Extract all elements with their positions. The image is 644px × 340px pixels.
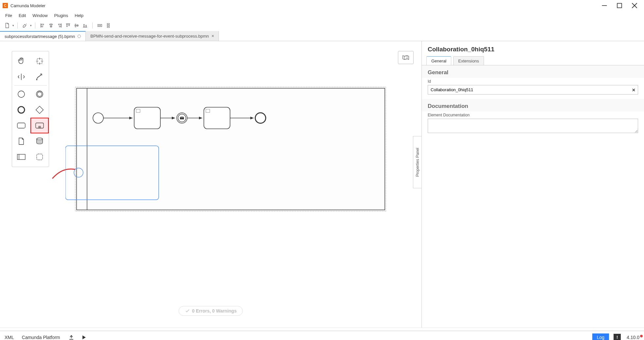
svg-rect-22 bbox=[86, 25, 87, 27]
main: Properties Panel bbox=[0, 41, 644, 328]
align-middle-v-button[interactable] bbox=[73, 22, 80, 29]
tab-file-1[interactable]: subprocessforstartmessage (5).bpmn bbox=[0, 31, 86, 41]
panel-title: Collaboration_0hiq511 bbox=[422, 41, 644, 56]
end-event[interactable] bbox=[255, 113, 266, 123]
documentation-input[interactable] bbox=[428, 119, 638, 133]
menu-file[interactable]: File bbox=[2, 12, 15, 19]
footer-xml-tab[interactable]: XML bbox=[5, 335, 14, 340]
footer-platform-selector[interactable]: Camunda Platform bbox=[22, 335, 60, 340]
minimize-button[interactable] bbox=[601, 3, 607, 8]
menu-plugins[interactable]: Plugins bbox=[51, 12, 72, 19]
notifications-button[interactable]: ! bbox=[614, 334, 621, 340]
panel-tabs: General Extensions bbox=[422, 56, 644, 65]
align-bottom-button[interactable] bbox=[81, 22, 89, 29]
svg-rect-47 bbox=[17, 154, 25, 160]
task-tool[interactable] bbox=[12, 118, 30, 133]
svg-rect-23 bbox=[98, 24, 99, 26]
log-button[interactable]: Log bbox=[592, 333, 609, 340]
svg-point-46 bbox=[37, 138, 43, 140]
status-text: 0 Errors, 0 Warnings bbox=[192, 308, 237, 314]
app-title: Camunda Modeler bbox=[10, 3, 45, 8]
new-file-caret-icon[interactable]: ▾ bbox=[12, 24, 14, 27]
task-1[interactable] bbox=[134, 107, 160, 129]
menubar: File Edit Window Plugins Help bbox=[0, 11, 644, 20]
start-instance-button[interactable] bbox=[80, 334, 87, 340]
svg-rect-12 bbox=[58, 24, 61, 25]
section-general-header: General bbox=[422, 65, 644, 78]
hand-tool[interactable] bbox=[12, 53, 30, 69]
properties-panel: Collaboration_0hiq511 General Extensions… bbox=[421, 41, 644, 328]
svg-rect-16 bbox=[69, 24, 70, 26]
tab-label: BPMN-send-and-receive-message-for-event-… bbox=[90, 34, 209, 39]
minimap-toggle[interactable] bbox=[398, 51, 414, 64]
svg-rect-27 bbox=[107, 25, 109, 26]
align-center-h-button[interactable] bbox=[47, 22, 55, 29]
close-button[interactable] bbox=[632, 3, 637, 8]
deploy-button[interactable] bbox=[68, 334, 75, 340]
svg-rect-26 bbox=[107, 23, 109, 24]
window-controls bbox=[601, 3, 641, 8]
section-documentation-header: Documentation bbox=[422, 99, 644, 111]
global-connect-tool[interactable] bbox=[30, 69, 49, 85]
svg-point-39 bbox=[18, 107, 25, 113]
group-tool[interactable] bbox=[30, 149, 49, 165]
gateway-tool[interactable] bbox=[30, 102, 49, 118]
task-2[interactable] bbox=[204, 107, 230, 129]
svg-rect-21 bbox=[84, 24, 85, 26]
menu-edit[interactable]: Edit bbox=[15, 12, 29, 19]
properties-tab-label: Properties Panel bbox=[415, 148, 420, 177]
distribute-v-button[interactable] bbox=[104, 22, 112, 29]
svg-point-38 bbox=[37, 92, 42, 96]
update-available-icon bbox=[640, 335, 643, 337]
dirty-indicator-icon bbox=[78, 35, 81, 38]
menu-window[interactable]: Window bbox=[29, 12, 51, 19]
svg-rect-40 bbox=[36, 106, 44, 114]
subprocess-expanded-tool[interactable] bbox=[30, 118, 49, 133]
svg-point-35 bbox=[36, 79, 37, 80]
participant-inner[interactable] bbox=[77, 88, 385, 210]
svg-rect-1 bbox=[617, 3, 622, 8]
footer: XML Camunda Platform Log ! 4.10.0 bbox=[0, 331, 644, 340]
bpmn-canvas[interactable] bbox=[65, 54, 386, 250]
end-event-tool[interactable] bbox=[12, 102, 30, 118]
svg-rect-6 bbox=[41, 24, 44, 25]
id-input[interactable] bbox=[428, 85, 638, 94]
color-picker-button[interactable] bbox=[21, 22, 29, 29]
tabbar: subprocessforstartmessage (5).bpmn BPMN-… bbox=[0, 31, 644, 41]
align-left-button[interactable] bbox=[39, 22, 46, 29]
svg-rect-24 bbox=[99, 24, 100, 26]
svg-point-4 bbox=[26, 24, 27, 24]
svg-point-36 bbox=[18, 91, 25, 97]
canvas-area[interactable]: Properties Panel bbox=[0, 41, 421, 328]
maximize-button[interactable] bbox=[617, 3, 622, 8]
align-top-button[interactable] bbox=[64, 22, 72, 29]
start-event-tool[interactable] bbox=[12, 86, 30, 102]
new-file-button[interactable] bbox=[3, 22, 11, 29]
participant-tool[interactable] bbox=[12, 149, 30, 165]
distribute-h-button[interactable] bbox=[96, 22, 104, 29]
properties-panel-toggle[interactable]: Properties Panel bbox=[413, 136, 421, 188]
menu-help[interactable]: Help bbox=[71, 12, 87, 19]
color-caret-icon[interactable]: ▾ bbox=[30, 24, 32, 27]
svg-rect-41 bbox=[17, 123, 25, 128]
app-icon: C bbox=[3, 3, 8, 8]
tab-extensions[interactable]: Extensions bbox=[453, 56, 484, 65]
clear-id-button[interactable]: ✕ bbox=[632, 87, 635, 92]
close-icon[interactable]: × bbox=[211, 33, 214, 39]
intermediate-event-tool[interactable] bbox=[30, 86, 49, 102]
data-store-tool[interactable] bbox=[30, 133, 49, 149]
svg-rect-15 bbox=[67, 24, 68, 26]
titlebar: C Camunda Modeler bbox=[0, 0, 644, 11]
documentation-label: Element Documentation bbox=[428, 113, 638, 117]
version-label[interactable]: 4.10.0 bbox=[627, 335, 639, 340]
lasso-tool[interactable] bbox=[30, 53, 49, 69]
tab-general[interactable]: General bbox=[426, 56, 451, 65]
validation-status[interactable]: 0 Errors, 0 Warnings bbox=[179, 306, 243, 316]
tab-file-2[interactable]: BPMN-send-and-receive-message-for-event-… bbox=[86, 31, 219, 41]
start-event[interactable] bbox=[93, 113, 103, 123]
tool-palette bbox=[12, 51, 49, 167]
data-object-tool[interactable] bbox=[12, 133, 30, 149]
toolbar: ▾ ▾ bbox=[0, 20, 644, 31]
align-right-button[interactable] bbox=[56, 22, 63, 29]
space-tool[interactable] bbox=[12, 69, 30, 85]
